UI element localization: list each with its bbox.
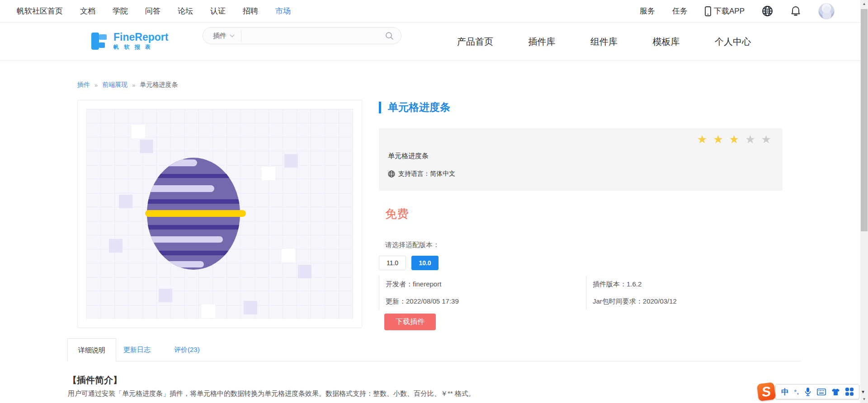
- breadcrumb-separator: »: [132, 82, 135, 89]
- search-box: 插件: [203, 27, 401, 44]
- language-label: 支持语言：简体中文: [398, 170, 455, 178]
- nav-component-library[interactable]: 组件库: [590, 36, 618, 48]
- ime-language-toggle[interactable]: 中: [781, 387, 789, 397]
- version-select-label: 请选择适配版本：: [385, 241, 439, 249]
- language-globe-icon: [388, 170, 395, 178]
- nav-plugin-library[interactable]: 插件库: [528, 36, 556, 48]
- download-app-link[interactable]: 下载APP: [705, 6, 745, 16]
- star-icon: ★: [697, 133, 708, 145]
- download-app-label: 下载APP: [714, 6, 745, 16]
- breadcrumb-frontend[interactable]: 前端展现: [102, 81, 127, 89]
- top-nav-services[interactable]: 服务: [640, 6, 655, 16]
- breadcrumb-separator: »: [94, 82, 98, 89]
- tab-details[interactable]: 详细说明: [67, 338, 116, 361]
- star-icon: ★: [729, 133, 741, 145]
- jar-value: 2020/03/12: [643, 297, 677, 305]
- version-button-11[interactable]: 11.0: [379, 256, 406, 270]
- star-icon: ★: [761, 133, 773, 145]
- ime-toolbar: S 中 °,: [758, 383, 864, 400]
- plugin-version-row: 插件版本：1.6.2: [593, 280, 780, 289]
- tab-changelog[interactable]: 更新日志: [123, 346, 151, 354]
- search-icon[interactable]: [385, 32, 394, 40]
- developer-value: finereport: [413, 280, 441, 288]
- finereport-logo-icon: [90, 32, 109, 51]
- info-column-right: 插件版本：1.6.2 Jar包时间要求：2020/03/12: [586, 276, 780, 310]
- ime-caret-icon[interactable]: ▾: [862, 389, 864, 395]
- nav-product-home[interactable]: 产品首页: [457, 36, 493, 48]
- toolbox-grid-icon[interactable]: [845, 388, 854, 396]
- search-category-dropdown[interactable]: 插件: [203, 32, 241, 40]
- tab-reviews[interactable]: 评价(23): [174, 346, 200, 354]
- sogou-logo-icon[interactable]: S: [757, 382, 776, 401]
- info-column-left: 开发者：finereport 更新：2022/08/05 17:39: [379, 276, 578, 310]
- version-buttons: 11.0 10.0: [379, 256, 439, 270]
- breadcrumb-plugins[interactable]: 插件: [77, 81, 90, 89]
- nav-personal-center[interactable]: 个人中心: [715, 36, 751, 48]
- finereport-logo[interactable]: FineReport 帆 软 报 表: [90, 32, 168, 51]
- developer-label: 开发者：: [386, 280, 413, 288]
- skin-tshirt-icon[interactable]: [831, 388, 840, 396]
- price-label: 免费: [385, 206, 409, 222]
- developer-row: 开发者：finereport: [386, 280, 578, 289]
- top-nav-market[interactable]: 市场: [275, 6, 291, 16]
- logo-title: FineReport: [113, 32, 168, 42]
- updated-label: 更新：: [386, 297, 406, 305]
- updated-value: 2022/08/05 17:39: [406, 297, 459, 305]
- vertical-scrollbar: ▲ ▼: [860, 0, 868, 403]
- top-nav-jobs[interactable]: 招聘: [243, 6, 258, 16]
- scrollbar-thumb[interactable]: [861, 9, 868, 231]
- logo-text: FineReport 帆 软 报 表: [113, 32, 168, 51]
- jar-label: Jar包时间要求：: [593, 297, 643, 305]
- version-button-10-selected[interactable]: 10.0: [411, 256, 439, 270]
- plugin-preview-image: [86, 109, 353, 319]
- rating-stars: ★ ★ ★ ★ ★: [697, 133, 773, 146]
- description-body: 用户可通过安装「单元格进度条」插件，将单元格中的数据转换为单元格进度条效果。数据…: [68, 389, 701, 398]
- star-icon: ★: [713, 133, 724, 145]
- globe-icon[interactable]: [762, 5, 773, 17]
- scrollbar-up-arrow[interactable]: ▲: [860, 0, 868, 8]
- jar-requirement-row: Jar包时间要求：2020/03/12: [593, 297, 780, 306]
- ime-button-box: 中 °,: [775, 384, 859, 399]
- top-nav-forum[interactable]: 论坛: [178, 6, 193, 16]
- nav-template-library[interactable]: 模板库: [653, 36, 680, 48]
- market-nav: 产品首页 插件库 组件库 模板库 个人中心: [457, 23, 751, 61]
- search-category-label: 插件: [213, 32, 226, 40]
- chevron-down-icon: [230, 34, 235, 37]
- description-heading: 【插件简介】: [68, 374, 122, 386]
- search-input[interactable]: [241, 28, 385, 44]
- plugin-version-value: 1.6.2: [627, 280, 642, 288]
- top-nav-community-home[interactable]: 帆软社区首页: [17, 6, 63, 16]
- product-title-block: 单元格进度条: [379, 100, 450, 114]
- bell-icon[interactable]: [790, 5, 801, 17]
- ime-punctuation-toggle[interactable]: °,: [794, 389, 799, 395]
- keyboard-icon[interactable]: [817, 389, 826, 395]
- microphone-icon[interactable]: [804, 387, 811, 396]
- plugin-preview-card: [77, 100, 362, 328]
- language-row: 支持语言：简体中文: [388, 170, 455, 178]
- top-nav-docs[interactable]: 文档: [80, 6, 95, 16]
- top-nav-academy[interactable]: 学院: [113, 6, 128, 16]
- top-nav-qa[interactable]: 问答: [145, 6, 160, 16]
- top-nav-certification[interactable]: 认证: [210, 6, 226, 16]
- logo-subtitle: 帆 软 报 表: [113, 43, 168, 51]
- updated-row: 更新：2022/08/05 17:39: [386, 297, 578, 306]
- phone-icon: [705, 6, 711, 16]
- main-header: FineReport 帆 软 报 表 插件 产品首页 插件库: [0, 23, 868, 61]
- top-nav-tasks[interactable]: 任务: [672, 6, 688, 16]
- product-summary-box: ★ ★ ★ ★ ★ 单元格进度条 支持语言：简体中文: [379, 128, 783, 191]
- page-title: 单元格进度条: [388, 100, 450, 114]
- top-utility-bar: 帆软社区首页 文档 学院 问答 论坛 认证 招聘 市场 服务 任务 下载APP: [0, 0, 868, 23]
- plugin-version-label: 插件版本：: [593, 280, 627, 288]
- star-icon: ★: [745, 133, 756, 145]
- breadcrumb-current: 单元格进度条: [140, 81, 178, 89]
- detail-tabs: 详细说明 更新日志 评价(23): [67, 338, 801, 361]
- page: 帆软社区首页 文档 学院 问答 论坛 认证 招聘 市场 服务 任务 下载APP: [0, 0, 868, 403]
- title-accent-bar: [379, 102, 381, 113]
- planet-illustration: [86, 109, 353, 319]
- download-plugin-button[interactable]: 下载插件: [384, 314, 436, 330]
- breadcrumb: 插件 » 前端展现 » 单元格进度条: [77, 81, 178, 89]
- product-name: 单元格进度条: [388, 152, 429, 160]
- user-avatar[interactable]: [818, 3, 835, 19]
- top-nav: 帆软社区首页 文档 学院 问答 论坛 认证 招聘 市场: [0, 6, 291, 16]
- top-bar-right: 服务 任务 下载APP: [640, 3, 868, 19]
